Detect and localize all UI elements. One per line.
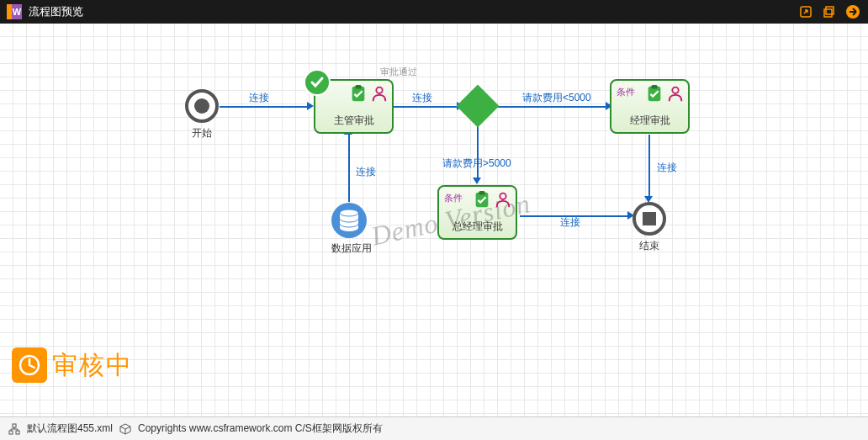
- clipboard-icon: [349, 84, 368, 103]
- node-label: 开始: [185, 126, 219, 140]
- svg-rect-17: [9, 431, 13, 434]
- edge-label: 连接: [249, 91, 269, 105]
- close-icon[interactable]: [844, 3, 861, 20]
- sitemap-icon: [8, 423, 20, 435]
- edge: [496, 106, 606, 108]
- task-manager-approve[interactable]: 条件 经理审批: [610, 79, 690, 134]
- node-label: 结束: [632, 239, 666, 253]
- edge-label: 请款费用<5000: [522, 91, 591, 105]
- cube-icon: [119, 423, 131, 435]
- review-stamp: 审核中: [12, 347, 133, 383]
- svg-point-6: [376, 87, 382, 93]
- edge: [394, 106, 457, 108]
- status-copyright: Copyrights www.csframework.com C/S框架网版权所…: [138, 421, 383, 436]
- node-label: 数据应用: [331, 241, 372, 256]
- person-icon: [666, 84, 685, 103]
- person-icon: [494, 190, 512, 209]
- arrowhead-icon: [473, 178, 481, 184]
- svg-point-9: [672, 87, 678, 93]
- minimize-icon[interactable]: [797, 3, 814, 20]
- edge-label: 连接: [560, 215, 580, 230]
- clipboard-icon: [645, 84, 664, 103]
- status-file: 默认流程图455.xml: [27, 421, 113, 436]
- data-node[interactable]: 数据应用: [331, 203, 372, 256]
- edge-label: 请款费用>5000: [442, 156, 511, 171]
- approved-label: 审批通过: [380, 66, 417, 78]
- end-node[interactable]: 结束: [632, 202, 666, 253]
- task-label: 总经理审批: [439, 220, 516, 234]
- clipboard-icon: [473, 190, 491, 209]
- start-node[interactable]: 开始: [185, 89, 219, 140]
- svg-rect-11: [479, 191, 484, 195]
- condition-label: 条件: [444, 192, 463, 204]
- task-supervisor-approve[interactable]: 审批通过 主管审批: [314, 79, 394, 134]
- titlebar: W 流程图预览: [0, 0, 868, 24]
- task-label: 经理审批: [611, 114, 688, 128]
- check-icon: [304, 69, 331, 96]
- svg-rect-16: [13, 424, 16, 427]
- clock-icon: [12, 347, 47, 383]
- svg-point-12: [500, 193, 505, 199]
- gateway-node[interactable]: [463, 91, 493, 121]
- svg-rect-5: [355, 85, 361, 89]
- statusbar: 默认流程图455.xml Copyrights www.csframework.…: [0, 416, 868, 440]
- stamp-text: 审核中: [52, 348, 133, 383]
- database-icon: [331, 203, 367, 238]
- window-title: 流程图预览: [29, 4, 797, 19]
- edge: [220, 106, 307, 108]
- edge-label: 连接: [412, 91, 432, 105]
- svg-rect-18: [16, 431, 19, 434]
- maximize-icon[interactable]: [821, 3, 838, 20]
- edge: [348, 135, 350, 202]
- condition-label: 条件: [617, 86, 635, 98]
- edge: [648, 135, 650, 196]
- app-icon: W: [7, 4, 22, 19]
- svg-rect-8: [651, 85, 657, 89]
- person-icon: [370, 84, 389, 103]
- task-label: 主管审批: [315, 114, 392, 128]
- edge-label: 连接: [356, 165, 376, 179]
- edge-label: 连接: [657, 161, 677, 175]
- diagram-canvas[interactable]: 连接 连接 请款费用<5000 请款费用>5000 连接 连接 连接 开始 审批…: [0, 24, 868, 416]
- task-gm-approve[interactable]: 条件 总经理审批: [437, 185, 517, 240]
- arrowhead-icon: [307, 102, 314, 110]
